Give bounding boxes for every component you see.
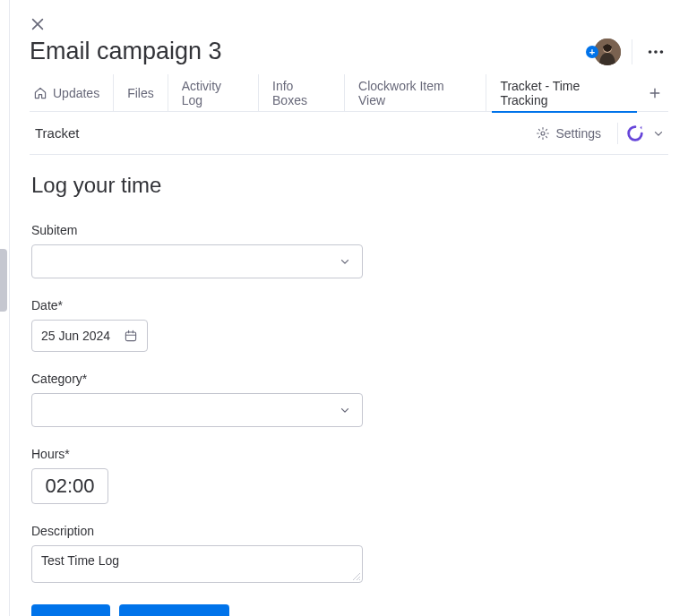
tab-activity-log[interactable]: Activity Log bbox=[168, 74, 259, 112]
calendar-icon bbox=[124, 329, 138, 343]
form-heading: Log your time bbox=[31, 173, 383, 198]
hours-value: 02:00 bbox=[45, 475, 94, 498]
description-textarea[interactable]: Test Time Log bbox=[31, 545, 363, 583]
assignees[interactable]: + bbox=[594, 38, 621, 65]
log-time-button[interactable]: Log time bbox=[31, 604, 110, 616]
chevron-down-icon bbox=[339, 255, 351, 268]
window-drag-handle[interactable] bbox=[0, 249, 7, 312]
gear-icon bbox=[536, 126, 550, 141]
app-menu-button[interactable] bbox=[625, 124, 668, 143]
subitem-select[interactable] bbox=[31, 244, 363, 278]
tab-label: Tracket - Time Tracking bbox=[500, 79, 628, 107]
add-assignee-icon: + bbox=[586, 46, 598, 58]
tab-label: Activity Log bbox=[182, 79, 245, 107]
add-tab-button[interactable] bbox=[642, 74, 668, 112]
tab-label: Updates bbox=[53, 86, 99, 100]
svg-point-4 bbox=[660, 50, 664, 54]
subitem-label: Subitem bbox=[31, 223, 383, 237]
tab-label: Clockwork Item View bbox=[358, 79, 472, 107]
tab-label: Files bbox=[127, 86, 154, 100]
close-icon bbox=[30, 16, 46, 32]
tab-updates[interactable]: Updates bbox=[30, 74, 114, 112]
tab-label: Info Boxes bbox=[272, 79, 331, 107]
tabs: Updates Files Activity Log Info Boxes Cl… bbox=[30, 74, 668, 112]
tab-info-boxes[interactable]: Info Boxes bbox=[259, 74, 345, 112]
chevron-down-icon bbox=[339, 404, 351, 416]
svg-point-3 bbox=[654, 50, 658, 54]
category-label: Category* bbox=[31, 372, 383, 386]
chevron-down-icon bbox=[652, 127, 665, 140]
start-timer-button[interactable]: Start timer bbox=[119, 604, 229, 616]
description-label: Description bbox=[31, 524, 383, 538]
hours-input[interactable]: 02:00 bbox=[31, 468, 108, 504]
svg-rect-6 bbox=[125, 332, 135, 341]
sub-toolbar: Tracket Settings bbox=[30, 112, 668, 155]
more-icon bbox=[646, 42, 666, 62]
date-value: 25 Jun 2024 bbox=[41, 329, 110, 343]
home-icon bbox=[33, 86, 47, 100]
category-select[interactable] bbox=[31, 393, 363, 427]
close-button[interactable] bbox=[30, 16, 46, 32]
tab-files[interactable]: Files bbox=[114, 74, 168, 112]
log-time-form: Log your time Subitem Date* 25 Jun 2024 … bbox=[30, 155, 388, 616]
tracket-logo-icon bbox=[625, 124, 645, 143]
svg-point-2 bbox=[649, 50, 652, 54]
hours-label: Hours* bbox=[31, 447, 383, 461]
date-input[interactable]: 25 Jun 2024 bbox=[31, 320, 148, 352]
plus-icon bbox=[648, 86, 662, 100]
tab-clockwork[interactable]: Clockwork Item View bbox=[345, 74, 486, 112]
divider bbox=[632, 39, 632, 64]
date-label: Date* bbox=[31, 298, 383, 312]
description-value: Test Time Log bbox=[41, 553, 119, 568]
svg-point-5 bbox=[541, 132, 545, 135]
settings-label: Settings bbox=[555, 126, 601, 141]
divider bbox=[617, 123, 618, 144]
page-title: Email campaign 3 bbox=[30, 38, 222, 65]
tab-tracket[interactable]: Tracket - Time Tracking bbox=[486, 74, 641, 112]
app-name: Tracket bbox=[30, 125, 79, 141]
more-menu-button[interactable] bbox=[643, 39, 668, 64]
settings-button[interactable]: Settings bbox=[527, 126, 610, 141]
